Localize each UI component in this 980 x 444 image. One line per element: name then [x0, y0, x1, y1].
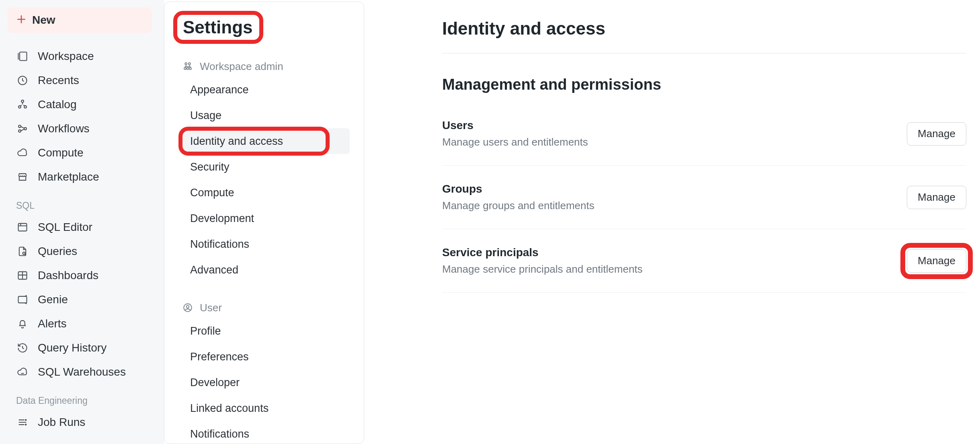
svg-rect-11	[18, 296, 27, 303]
sidebar-item-job-runs[interactable]: Job Runs	[7, 410, 157, 434]
svg-point-17	[187, 68, 189, 70]
svg-point-2	[21, 100, 24, 103]
settings-item-advanced[interactable]: Advanced	[164, 257, 364, 283]
svg-point-7	[24, 127, 27, 130]
setting-row-title: Service principals	[442, 246, 643, 259]
new-button-label: New	[32, 14, 55, 27]
settings-item-preferences[interactable]: Preferences	[164, 344, 364, 370]
sidebar-item-recents[interactable]: Recents	[7, 68, 157, 92]
svg-point-14	[185, 63, 187, 65]
settings-item-label: Security	[190, 161, 230, 173]
workspace-icon	[16, 50, 29, 63]
settings-item-label: Advanced	[190, 264, 238, 276]
setting-row-title: Groups	[442, 183, 595, 195]
svg-point-5	[18, 125, 21, 127]
new-button[interactable]: New	[7, 7, 152, 33]
data-engineering-nav-list: Job Runs	[7, 410, 157, 434]
sidebar-item-workflows[interactable]: Workflows	[7, 117, 157, 141]
cloud-icon	[16, 146, 29, 159]
sidebar-item-label: Query History	[38, 341, 107, 354]
settings-item-compute[interactable]: Compute	[164, 180, 364, 206]
settings-item-label: Notifications	[190, 428, 249, 440]
sidebar-item-label: Dashboards	[38, 269, 98, 282]
sidebar-item-workspace[interactable]: Workspace	[7, 44, 157, 68]
settings-item-developer[interactable]: Developer	[164, 370, 364, 395]
settings-group-user: User	[164, 297, 364, 318]
settings-item-usage[interactable]: Usage	[164, 103, 364, 128]
sql-nav-list: SQL Editor Queries Dashboards Genie	[7, 215, 157, 384]
history-icon	[16, 341, 29, 354]
svg-point-13	[25, 424, 26, 425]
primary-sidebar: New Workspace Recents Catalog	[0, 0, 164, 444]
genie-icon	[16, 293, 29, 306]
sidebar-item-sql-warehouses[interactable]: SQL Warehouses	[7, 360, 157, 384]
manage-users-button[interactable]: Manage	[907, 122, 966, 146]
sidebar-item-label: Workflows	[38, 122, 90, 135]
sidebar-item-marketplace[interactable]: Marketplace	[7, 165, 157, 189]
settings-item-development[interactable]: Development	[164, 206, 364, 231]
sidebar-item-sql-editor[interactable]: SQL Editor	[7, 215, 157, 239]
sidebar-item-label: Compute	[38, 146, 84, 159]
settings-item-label: Identity and access	[190, 135, 283, 148]
settings-item-notifications-user[interactable]: Notifications	[164, 421, 364, 444]
sidebar-item-query-history[interactable]: Query History	[7, 336, 157, 360]
settings-item-linked-accounts[interactable]: Linked accounts	[164, 395, 364, 421]
setting-row-service-principals: Service principals Manage service princi…	[442, 229, 966, 293]
workflows-icon	[16, 122, 29, 135]
sidebar-item-catalog[interactable]: Catalog	[7, 92, 157, 117]
bell-icon	[16, 317, 29, 330]
manage-groups-button[interactable]: Manage	[907, 186, 966, 209]
sidebar-item-label: Catalog	[38, 98, 77, 111]
svg-point-9	[23, 252, 25, 255]
store-icon	[16, 171, 29, 183]
settings-item-label: Preferences	[190, 351, 249, 363]
svg-point-6	[18, 130, 21, 132]
sidebar-item-label: Alerts	[38, 317, 67, 330]
user-icon	[182, 302, 193, 313]
settings-item-label: Appearance	[190, 84, 249, 96]
sidebar-item-alerts[interactable]: Alerts	[7, 312, 157, 336]
primary-nav-list: Workspace Recents Catalog Workflows	[7, 44, 157, 189]
settings-item-appearance[interactable]: Appearance	[164, 77, 364, 103]
page-title: Identity and access	[442, 18, 966, 39]
sidebar-item-label: Recents	[38, 74, 79, 87]
sidebar-item-dashboards[interactable]: Dashboards	[7, 263, 157, 288]
warehouse-icon	[16, 366, 29, 378]
sidebar-item-label: Workspace	[38, 50, 94, 63]
manage-service-principals-button[interactable]: Manage	[907, 249, 966, 273]
settings-item-profile[interactable]: Profile	[164, 318, 364, 344]
sidebar-item-compute[interactable]: Compute	[7, 141, 157, 165]
subsection-title: Management and permissions	[442, 76, 966, 93]
sidebar-item-label: Job Runs	[38, 416, 85, 429]
settings-item-identity-and-access[interactable]: Identity and access	[178, 128, 350, 154]
sidebar-item-genie[interactable]: Genie	[7, 288, 157, 312]
settings-item-label: Notifications	[190, 238, 249, 251]
settings-item-label: Development	[190, 212, 254, 225]
sidebar-item-queries[interactable]: Queries	[7, 239, 157, 263]
sidebar-section-data-engineering: Data Engineering	[7, 384, 157, 410]
settings-item-label: Compute	[190, 187, 234, 199]
workspace-admin-icon	[182, 61, 193, 72]
sidebar-item-label: Marketplace	[38, 171, 99, 183]
plus-icon	[16, 14, 27, 26]
settings-item-notifications-ws[interactable]: Notifications	[164, 231, 364, 257]
settings-title: Settings	[183, 17, 253, 37]
settings-group-label: User	[200, 302, 222, 314]
main-content: Identity and access Management and permi…	[364, 0, 980, 444]
divider	[442, 53, 966, 53]
clock-icon	[16, 74, 29, 87]
settings-item-security[interactable]: Security	[164, 154, 364, 180]
settings-group-label: Workspace admin	[200, 60, 283, 73]
dashboards-icon	[16, 269, 29, 282]
setting-row-desc: Manage groups and entitlements	[442, 199, 595, 212]
settings-group-workspace-admin: Workspace admin	[164, 56, 364, 77]
sidebar-item-label: Genie	[38, 293, 68, 306]
catalog-icon	[16, 98, 29, 111]
settings-nav-panel: Settings Workspace admin Appearance Usag…	[164, 2, 364, 444]
sidebar-item-label: SQL Warehouses	[38, 366, 126, 378]
setting-row-users: Users Manage users and entitlements Mana…	[442, 102, 966, 166]
svg-point-12	[25, 419, 26, 420]
settings-item-label: Profile	[190, 325, 221, 337]
settings-item-label: Developer	[190, 376, 240, 389]
sidebar-item-label: SQL Editor	[38, 221, 92, 234]
